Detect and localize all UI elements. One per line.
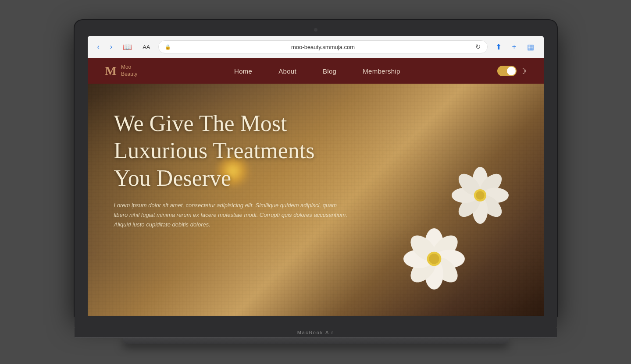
flower-2 <box>452 167 509 224</box>
share-icon[interactable]: ⬆ <box>493 41 504 53</box>
logo-text: Moo Beauty <box>121 64 137 78</box>
screen: ‹ › 📖 AA 🔒 moo-beauty.smmuja.com ↻ ⬆ + ▦… <box>88 36 544 316</box>
browser-chrome: ‹ › 📖 AA 🔒 moo-beauty.smmuja.com ↻ ⬆ + ▦ <box>88 36 544 58</box>
hero-content: We Give The Most Luxurious Treatments Yo… <box>88 84 395 247</box>
moon-icon: ☽ <box>520 67 526 75</box>
tabs-icon[interactable]: ▦ <box>524 41 537 53</box>
laptop-container: ‹ › 📖 AA 🔒 moo-beauty.smmuja.com ↻ ⬆ + ▦… <box>75 20 557 344</box>
svg-point-9 <box>429 254 439 264</box>
nav-links: Home About Blog Membership <box>137 67 497 75</box>
nav-link-blog[interactable]: Blog <box>323 67 336 75</box>
nav-logo: M Moo Beauty <box>105 64 138 78</box>
nav-link-about[interactable]: About <box>278 67 296 75</box>
flower-1 <box>403 228 465 290</box>
laptop-base: MacBook Air <box>75 328 557 338</box>
flower-decoration <box>386 167 509 290</box>
toggle-knob <box>507 67 516 75</box>
new-tab-icon[interactable]: + <box>510 41 519 53</box>
nav-link-home[interactable]: Home <box>234 67 252 75</box>
address-bar[interactable]: 🔒 moo-beauty.smmuja.com ↻ <box>158 40 488 53</box>
bookmarks-icon: 📖 <box>120 41 135 53</box>
hero-section: We Give The Most Luxurious Treatments Yo… <box>88 84 544 316</box>
laptop-foot <box>123 338 509 344</box>
macbook-label: MacBook Air <box>75 328 557 337</box>
lock-icon: 🔒 <box>165 44 171 50</box>
dark-mode-toggle[interactable] <box>497 66 517 76</box>
refresh-icon[interactable]: ↻ <box>475 43 481 51</box>
website-nav: M Moo Beauty Home About Blog Membership <box>88 58 544 84</box>
svg-point-19 <box>476 191 485 200</box>
screen-bezel: ‹ › 📖 AA 🔒 moo-beauty.smmuja.com ↻ ⬆ + ▦… <box>75 20 557 316</box>
hero-description: Lorem ipsum dolor sit amet, consectetur … <box>114 201 351 230</box>
hero-title: We Give The Most Luxurious Treatments Yo… <box>114 110 368 192</box>
logo-letter: M <box>105 65 117 77</box>
camera <box>314 28 317 32</box>
laptop-chin <box>75 316 557 328</box>
back-button[interactable]: ‹ <box>95 41 102 53</box>
reader-mode-aa[interactable]: AA <box>140 42 153 52</box>
dark-mode-toggle-area: ☽ <box>497 66 526 76</box>
forward-button[interactable]: › <box>107 41 115 53</box>
nav-link-membership[interactable]: Membership <box>363 67 400 75</box>
url-display: moo-beauty.smmuja.com <box>174 44 473 50</box>
